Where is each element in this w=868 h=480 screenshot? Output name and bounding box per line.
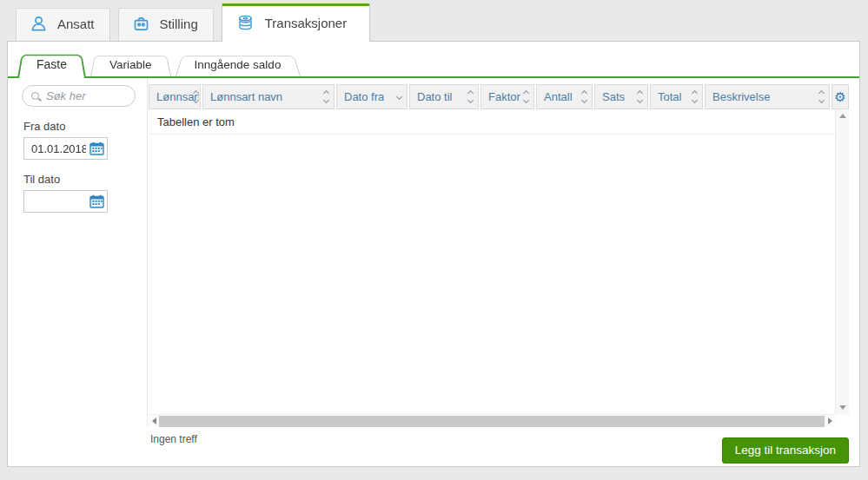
subtab-label: Inngående saldo: [195, 58, 282, 71]
main-tabbar: Ansatt Stilling: [7, 7, 860, 41]
transactions-panel: Faste Variable Inngående saldo Fra dato: [7, 41, 860, 467]
sort-icon: [638, 91, 642, 102]
subtab-label: Faste: [36, 57, 67, 71]
column-header-dato-fra[interactable]: Dato fra: [336, 84, 407, 109]
column-header-sats[interactable]: Sats: [594, 84, 648, 109]
from-date-field-wrap: [23, 137, 108, 160]
table-header-row: Lønnsart Lønnsart navn Dato fra Dato til: [149, 84, 849, 109]
subtab-faste[interactable]: Faste: [17, 51, 86, 76]
tab-label: Ansatt: [57, 16, 95, 31]
search-input[interactable]: [46, 89, 133, 102]
column-header-lonnsart-navn[interactable]: Lønnsart navn: [202, 84, 335, 109]
add-transaction-button[interactable]: Legg til transaksjon: [722, 437, 849, 464]
column-header-faktor[interactable]: Faktor: [480, 84, 534, 109]
briefcase-icon: [132, 15, 150, 33]
sort-icon: [324, 91, 328, 102]
person-icon: [30, 15, 48, 33]
table-body-area: Tabellen er tom: [149, 109, 849, 414]
vertical-scrollbar[interactable]: [835, 109, 849, 414]
money-stack-icon: [235, 13, 255, 32]
subtab-variable[interactable]: Variable: [90, 53, 171, 76]
scroll-down-icon[interactable]: [839, 405, 846, 410]
subtab-inngaende-saldo[interactable]: Inngående saldo: [176, 53, 301, 76]
column-header-lonnsart[interactable]: Lønnsart: [149, 84, 201, 109]
search-box: [22, 85, 136, 107]
column-header-total[interactable]: Total: [650, 84, 703, 109]
column-settings-button[interactable]: ⚙: [832, 84, 849, 109]
sort-icon: [194, 91, 198, 102]
table-footer: Ingen treff Legg til transaksjon: [149, 427, 849, 467]
tab-label: Transaksjoner: [265, 16, 347, 30]
sort-icon: [819, 91, 824, 102]
sort-down-icon: [397, 95, 401, 99]
tab-transaksjoner[interactable]: Transaksjoner: [222, 3, 370, 42]
to-date-field-wrap: [23, 190, 108, 213]
scroll-right-icon[interactable]: [828, 418, 832, 424]
employee-payroll-window: Ansatt Stilling: [7, 7, 860, 467]
sort-icon: [582, 91, 586, 102]
main-area: Fra dato: [8, 78, 859, 467]
sub-tabbar: Faste Variable Inngående saldo: [8, 42, 859, 78]
horizontal-scrollbar[interactable]: [149, 414, 835, 427]
transactions-table: Lønnsart Lønnsart navn Dato fra Dato til: [148, 78, 859, 467]
scroll-up-icon[interactable]: [839, 114, 846, 118]
search-icon: [31, 92, 39, 100]
tab-stilling[interactable]: Stilling: [118, 8, 214, 41]
sort-icon: [524, 91, 528, 102]
to-date-label: Til dato: [23, 173, 147, 186]
sort-icon: [468, 91, 473, 102]
tab-label: Stilling: [160, 16, 198, 31]
column-header-beskrivelse[interactable]: Beskrivelse: [705, 84, 830, 109]
calendar-icon[interactable]: [89, 141, 104, 155]
column-header-antall[interactable]: Antall: [536, 84, 593, 109]
from-date-label: Fra dato: [23, 120, 147, 133]
calendar-icon[interactable]: [89, 194, 104, 208]
scroll-left-icon[interactable]: [152, 418, 156, 424]
empty-state-row: Tabellen er tom: [149, 109, 835, 135]
tab-ansatt[interactable]: Ansatt: [16, 8, 110, 41]
gear-icon: ⚙: [834, 90, 845, 103]
horizontal-scrollbar-thumb[interactable]: [159, 416, 825, 427]
sort-icon: [692, 91, 697, 102]
column-header-dato-til[interactable]: Dato til: [409, 84, 479, 109]
filter-sidebar: Fra dato: [8, 78, 148, 427]
table-body: Tabellen er tom: [149, 109, 835, 414]
subtab-label: Variable: [109, 58, 152, 71]
